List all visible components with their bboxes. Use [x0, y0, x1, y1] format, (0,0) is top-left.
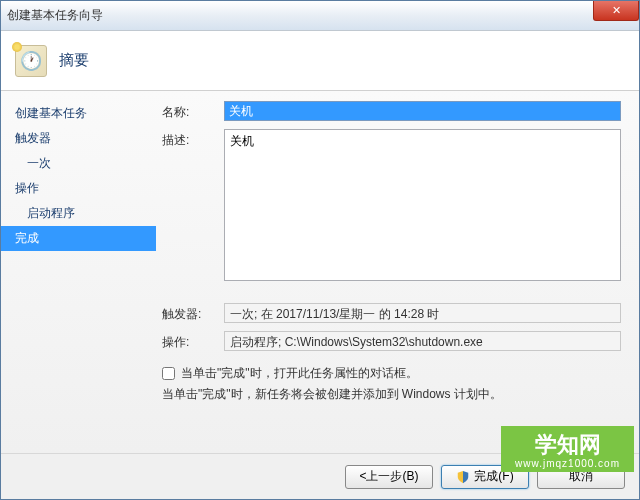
- checkbox-label: 当单击"完成"时，打开此任务属性的对话框。: [181, 365, 418, 382]
- header-title: 摘要: [59, 51, 89, 70]
- close-button[interactable]: ✕: [593, 1, 639, 21]
- wizard-steps-sidebar: 创建基本任务触发器一次操作启动程序完成: [1, 91, 156, 453]
- wizard-step[interactable]: 创建基本任务: [1, 101, 156, 126]
- open-properties-checkbox[interactable]: [162, 367, 175, 380]
- trigger-label: 触发器:: [162, 303, 214, 323]
- watermark-main: 学知网: [535, 432, 601, 457]
- trigger-value: 一次; 在 2017/11/13/星期一 的 14:28 时: [224, 303, 621, 323]
- action-value: 启动程序; C:\Windows\System32\shutdown.exe: [224, 331, 621, 351]
- description-label: 描述:: [162, 129, 214, 149]
- checkbox-row: 当单击"完成"时，打开此任务属性的对话框。: [162, 365, 621, 382]
- header: 摘要: [1, 31, 639, 91]
- info-text: 当单击"完成"时，新任务将会被创建并添加到 Windows 计划中。: [162, 386, 621, 403]
- wizard-step[interactable]: 触发器: [1, 126, 156, 151]
- name-row: 名称:: [162, 101, 621, 121]
- wizard-step[interactable]: 操作: [1, 176, 156, 201]
- action-row: 操作: 启动程序; C:\Windows\System32\shutdown.e…: [162, 331, 621, 351]
- body: 创建基本任务触发器一次操作启动程序完成 名称: 描述: 触发器: 一次; 在 2…: [1, 91, 639, 453]
- back-button-label: <上一步(B): [359, 468, 418, 485]
- watermark-sub: www.jmqz1000.com: [515, 458, 620, 470]
- name-input[interactable]: [224, 101, 621, 121]
- action-label: 操作:: [162, 331, 214, 351]
- window-title: 创建基本任务向导: [7, 7, 103, 24]
- shield-icon: [456, 470, 470, 484]
- clock-wizard-icon: [15, 45, 47, 77]
- wizard-step[interactable]: 启动程序: [1, 201, 156, 226]
- description-row: 描述:: [162, 129, 621, 281]
- content-panel: 名称: 描述: 触发器: 一次; 在 2017/11/13/星期一 的 14:2…: [156, 91, 639, 453]
- description-textarea[interactable]: [224, 129, 621, 281]
- name-label: 名称:: [162, 101, 214, 121]
- titlebar: 创建基本任务向导 ✕: [1, 1, 639, 31]
- wizard-step[interactable]: 一次: [1, 151, 156, 176]
- wizard-step[interactable]: 完成: [1, 226, 156, 251]
- back-button[interactable]: <上一步(B): [345, 465, 433, 489]
- close-icon: ✕: [612, 4, 621, 17]
- trigger-row: 触发器: 一次; 在 2017/11/13/星期一 的 14:28 时: [162, 303, 621, 323]
- watermark: 学知网 www.jmqz1000.com: [501, 426, 634, 472]
